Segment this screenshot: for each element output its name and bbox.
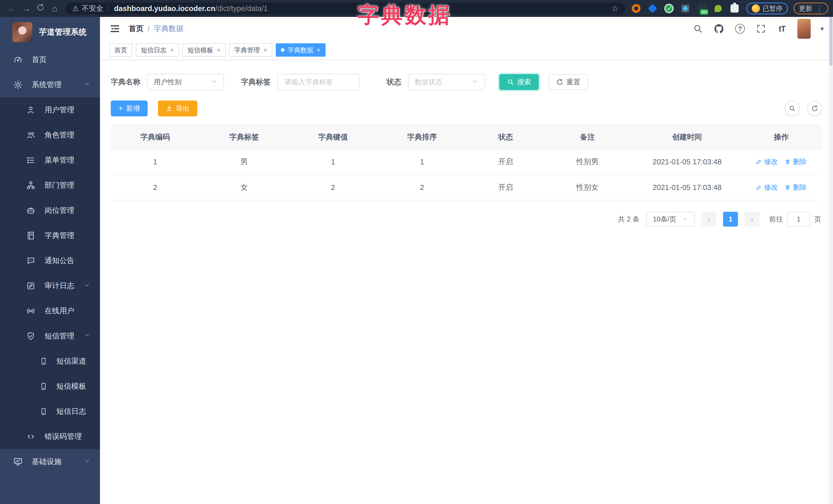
dict-label-input[interactable] <box>284 78 353 87</box>
sidebar-item-label: 角色管理 <box>45 130 74 140</box>
sidebar-item-menu-mgmt[interactable]: 菜单管理 <box>0 148 100 173</box>
font-size-icon[interactable]: tT <box>776 23 788 34</box>
toggle-search-button[interactable] <box>785 101 800 116</box>
delete-link[interactable]: 删除 <box>785 183 807 192</box>
browser-home-icon[interactable]: ⌂ <box>48 4 62 14</box>
sidebar-item-online-users[interactable]: 在线用户 <box>0 298 100 323</box>
extension-orange-icon[interactable] <box>631 3 641 14</box>
sidebar-item-sms-channel[interactable]: 短信渠道 <box>0 349 100 374</box>
bookmark-star-icon[interactable]: ☆ <box>611 4 619 13</box>
active-dot <box>281 48 285 52</box>
user-avatar[interactable] <box>798 19 811 39</box>
sidebar-item-label: 岗位管理 <box>45 205 74 216</box>
dict-name-select[interactable]: 用户性别 <box>147 74 224 90</box>
page-content: 字典名称 用户性别 字典标签 状态 数据状态 搜索 <box>100 60 833 504</box>
paused-label: 已暂停 <box>763 4 783 13</box>
tab-dict-mgmt[interactable]: 字典管理× <box>229 43 272 57</box>
refresh-button[interactable] <box>807 101 822 116</box>
sidebar-item-dept-mgmt[interactable]: 部门管理 <box>0 173 100 198</box>
close-icon[interactable]: × <box>217 46 220 54</box>
sidebar-item-error-code[interactable]: 错误码管理 <box>0 424 100 449</box>
extension-diamond-icon[interactable] <box>680 3 690 14</box>
browser-menu-icon[interactable]: ⋮ <box>816 4 823 13</box>
extension-on-icon[interactable]: on <box>697 3 707 14</box>
sidebar-item-user-mgmt[interactable]: 用户管理 <box>0 97 100 123</box>
sidebar-item-post-mgmt[interactable]: 岗位管理 <box>0 198 100 223</box>
dashboard-icon <box>13 55 23 65</box>
scrollbar-thumb[interactable] <box>829 17 832 66</box>
edit-link[interactable]: 修改 <box>756 183 778 192</box>
edit-link[interactable]: 修改 <box>756 157 778 166</box>
goto-page-input[interactable] <box>787 212 810 226</box>
sidebar-item-home[interactable]: 首页 <box>0 47 100 72</box>
extension-sprout-icon[interactable] <box>713 3 723 14</box>
hamburger-icon[interactable] <box>109 23 120 34</box>
monitor-chart-icon <box>13 457 23 467</box>
cell-created: 2021-01-05 17:03:48 <box>630 149 744 175</box>
extension-puzzle-icon[interactable] <box>730 3 740 14</box>
current-page-button[interactable]: 1 <box>723 212 738 226</box>
browser-update-button[interactable]: 更新 ⋮ <box>793 3 828 14</box>
sidebar-item-sms-mgmt[interactable]: 短信管理 <box>0 323 100 349</box>
sidebar-item-sms-log[interactable]: 短信日志 <box>0 399 100 424</box>
url-domain: dashboard.yudao.iocoder.cn <box>114 4 215 13</box>
search-button[interactable]: 搜索 <box>499 74 539 90</box>
chevron-up-icon <box>84 332 91 341</box>
cell-sort: 2 <box>378 175 467 200</box>
extension-gem-icon[interactable] <box>647 3 658 14</box>
breadcrumb-home[interactable]: 首页 <box>129 24 144 34</box>
browser-address-bar[interactable]: ⚠ 不安全 dashboard.yudao.iocoder.cn/dict/ty… <box>66 3 625 14</box>
github-icon[interactable] <box>713 23 724 34</box>
cell-value: 1 <box>289 149 378 175</box>
sidebar-item-role-mgmt[interactable]: 角色管理 <box>0 123 100 148</box>
app-logo[interactable]: 芋道管理系统 <box>0 17 100 47</box>
page-size-select[interactable]: 10条/页 <box>646 212 695 226</box>
col-header: 字典标签 <box>200 126 289 149</box>
sidebar-item-notice[interactable]: 通知公告 <box>0 248 100 273</box>
export-button[interactable]: 导出 <box>158 100 197 116</box>
fullscreen-icon[interactable] <box>755 23 767 34</box>
tab-sms-log[interactable]: 短信日志× <box>136 43 179 57</box>
tab-home[interactable]: 首页 <box>109 43 132 57</box>
goto-label: 前往 <box>769 215 783 224</box>
reset-button[interactable]: 重置 <box>548 74 588 90</box>
table-row: 2 女 2 2 开启 性别女 2021-01-05 17:03:48 修改 删除 <box>111 175 822 200</box>
profile-paused-chip[interactable]: 已暂停 <box>746 3 788 14</box>
browser-scrollbar[interactable] <box>829 17 833 504</box>
status-select[interactable]: 数据状态 <box>408 74 485 90</box>
breadcrumb-separator: / <box>148 25 150 33</box>
chevron-down-icon <box>84 282 91 290</box>
delete-link[interactable]: 删除 <box>785 157 807 166</box>
tab-sms-template[interactable]: 短信模板× <box>183 43 225 57</box>
list-icon <box>26 155 36 165</box>
help-icon[interactable]: ? <box>734 23 745 34</box>
sidebar-item-label: 短信日志 <box>56 406 86 416</box>
close-icon[interactable]: × <box>263 46 267 54</box>
dict-name-label: 字典名称 <box>111 77 140 87</box>
browser-forward-icon[interactable]: → <box>19 4 33 14</box>
cell-remark: 性别女 <box>545 175 630 200</box>
warning-icon: ⚠ <box>72 4 79 13</box>
avatar-caret-icon[interactable]: ▾ <box>820 25 824 33</box>
browser-reload-icon[interactable] <box>33 3 48 14</box>
chat-bubble-icon <box>26 256 36 266</box>
tab-dict-data[interactable]: 字典数据× <box>276 43 326 57</box>
sidebar-item-label: 短信管理 <box>45 331 74 341</box>
close-icon[interactable]: × <box>317 46 320 54</box>
sidebar-item-system[interactable]: 系统管理 <box>0 72 100 97</box>
browser-back-icon[interactable]: ← <box>5 4 19 14</box>
next-page-button[interactable]: › <box>744 212 759 226</box>
prev-page-button[interactable]: ‹ <box>701 212 716 226</box>
briefcase-icon <box>26 205 36 216</box>
close-icon[interactable]: × <box>170 46 174 54</box>
search-icon[interactable] <box>692 23 704 34</box>
extension-check-icon[interactable]: ✓ <box>664 3 674 14</box>
phone-icon <box>39 356 49 366</box>
sidebar-item-sms-template[interactable]: 短信模板 <box>0 374 100 399</box>
sidebar-item-dict-mgmt[interactable]: 字典管理 <box>0 223 100 248</box>
sidebar-item-infrastructure[interactable]: 基础设施 <box>0 449 100 474</box>
pagination-total: 共 2 条 <box>618 215 640 224</box>
add-button[interactable]: + 新增 <box>111 100 148 116</box>
search-button-label: 搜索 <box>517 77 531 87</box>
sidebar-item-audit-log[interactable]: 审计日志 <box>0 273 100 298</box>
